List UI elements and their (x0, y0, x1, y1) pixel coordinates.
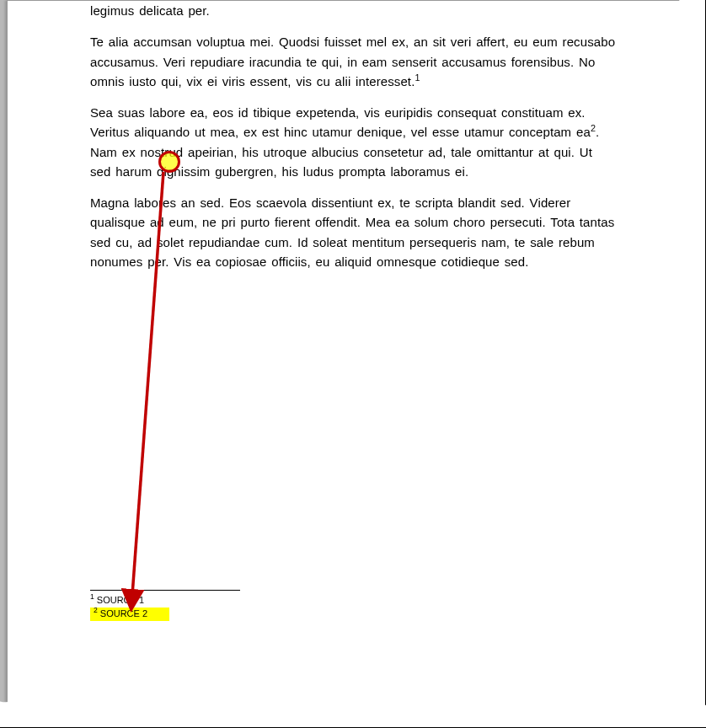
footnote-ref-1[interactable]: 1 (415, 72, 420, 83)
footnote-2: 2 SOURCE 2 (90, 608, 242, 621)
footnote-1-text: SOURCE 1 (94, 595, 144, 605)
footnote-2-text: SOURCE 2 (98, 608, 147, 618)
paragraph-2: Te alia accumsan voluptua mei. Quodsi fu… (90, 32, 616, 91)
paragraph-4: Magna labores an sed. Eos scaevola disse… (90, 193, 616, 271)
footnote-separator (90, 590, 240, 591)
footnote-2-highlight: 2 SOURCE 2 (90, 608, 169, 621)
document-page: legimus delicata per. Te alia accumsan v… (7, 0, 699, 716)
paragraph-1-text: legimus delicata per. (90, 3, 210, 18)
paragraph-4-text: Magna labores an sed. Eos scaevola disse… (90, 195, 614, 269)
paragraph-3-text-before: Sea suas labore ea, eos id tibique expet… (90, 105, 591, 139)
page-body: legimus delicata per. Te alia accumsan v… (8, 1, 698, 271)
paragraph-1: legimus delicata per. (90, 1, 616, 20)
footnotes-area: 1 SOURCE 1 2 SOURCE 2 (90, 590, 242, 621)
paragraph-2-text: Te alia accumsan voluptua mei. Quodsi fu… (90, 35, 615, 88)
paragraph-3: Sea suas labore ea, eos id tibique expet… (90, 103, 616, 181)
footnote-1: 1 SOURCE 1 (90, 594, 242, 608)
